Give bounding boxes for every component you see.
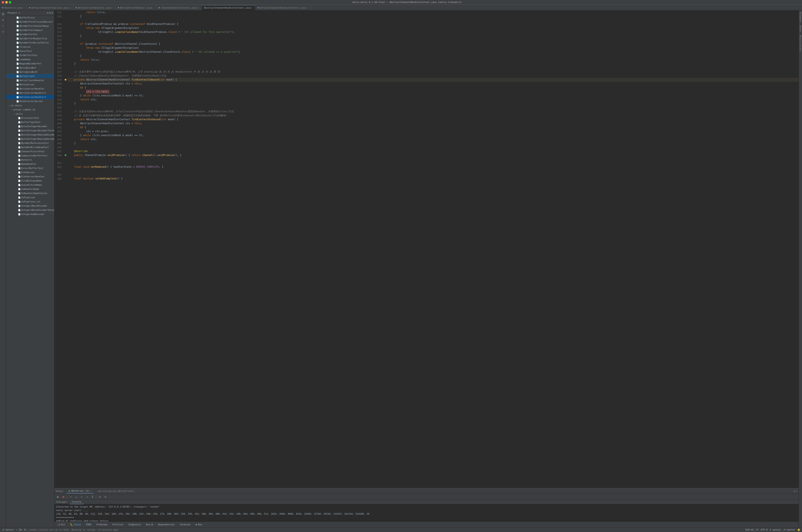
tree-item-bytebufwritereadtest[interactable]: 📄ByteBufWriteReadTest	[6, 145, 54, 149]
tab-debug-nettyclient[interactable]: com.tuling.nio.NettyClient ×	[95, 489, 138, 494]
project-icon[interactable]: ☰	[0, 11, 6, 17]
tree-item-directbuffertest[interactable]: 📄DirectBufferTest	[6, 166, 54, 170]
tree-item-nettyserver[interactable]: 📄NettyServer	[6, 82, 54, 87]
tree-item-leakdemo[interactable]: 📄LeakDemo	[6, 57, 54, 61]
cursor-position[interactable]: 929:43	[746, 529, 754, 531]
notifications-icon[interactable]: 🔔	[797, 529, 800, 531]
tree-item-bufferslice[interactable]: 📄BufferSlice	[6, 16, 54, 20]
tab-nettyserverhandler2[interactable]: NettyServerHandler2.java ×	[73, 5, 116, 10]
tree-item-bytebufferallocatedirect[interactable]: 📄ByteBufferAllocateDirect	[6, 20, 54, 24]
tree-item-echoserver[interactable]: 📄EchoServer	[6, 170, 54, 174]
tree-item-fileniocopy[interactable]: 📄FileNioCopyDemo	[6, 178, 54, 183]
tab-debug-netserver[interactable]: ● NetServer (2) ×	[67, 489, 94, 494]
tree-item-filelock[interactable]: 📄FileLock	[6, 45, 54, 49]
tree-item-nettybytebuf2[interactable]: 📄NettyByteBuf2	[6, 70, 54, 74]
tab-defaultchannelhandlercontext[interactable]: DefaultChannelHandlerContext.java ×	[256, 5, 310, 10]
problems-button[interactable]: Problems	[95, 522, 109, 527]
close-panel-icon[interactable]: ×	[796, 490, 797, 493]
step-over-button[interactable]: ↷	[69, 495, 73, 499]
tree-item-intbuffertest[interactable]: 📄IntBufferTest	[6, 53, 54, 57]
tree-item-actualcombat[interactable]: ▾actual.combat.e1	[6, 108, 54, 112]
tree-item-guesstest[interactable]: 📄GuessTest	[6, 49, 54, 53]
close-icon[interactable]: ×	[307, 7, 308, 9]
tree-item-integeradddecoder[interactable]: 📄IntegerAddDecoder	[6, 212, 54, 216]
tree-item-byte2integerreplaydecodertester[interactable]: 📄Byte2IntegerReplayDecoderTester	[6, 137, 54, 141]
console-output[interactable]: Connected to the target VM, address: '12…	[54, 504, 799, 521]
tab-nettyserverhandler[interactable]: NettyServerHandler.java ×	[116, 5, 157, 10]
close-icon[interactable]: ×	[198, 7, 199, 9]
tab-database[interactable]: Database	[799, 11, 802, 24]
tree-item-utils[interactable]: ▾utils	[6, 112, 54, 116]
pull-requests-icon[interactable]: ⇄	[0, 29, 6, 34]
tree-item-channelfuturetest[interactable]: 📄ChannelFutureTest	[6, 149, 54, 153]
close-debug-tab2[interactable]: ×	[134, 490, 135, 492]
tree-item-nettyclienthandler[interactable]: 📄NettyClientHandler	[6, 78, 54, 82]
tab-console[interactable]: Console	[70, 499, 84, 504]
tree-item-allocatortest[interactable]: 📄AllocatorTest	[6, 116, 54, 120]
mute-breakpoints-button[interactable]: ⊘	[97, 495, 102, 499]
tree-item-nettyclient[interactable]: 📄NettyClient	[6, 74, 54, 78]
line-ending[interactable]: LF	[756, 529, 759, 531]
settings-icon[interactable]: ⚙	[794, 490, 795, 493]
tree-item-buffertypetest[interactable]: 📄BufferTypeTest	[6, 120, 54, 124]
tree-item-bytebufferchannelread[interactable]: 📄ByteBufferChannelRead	[6, 24, 54, 28]
structure-icon[interactable]: ⊞	[0, 17, 6, 23]
terminal-button[interactable]: Terminal	[178, 522, 193, 527]
tree-item-byte2integerdecodertester[interactable]: 📄Byte2IntegerDecoderTester	[6, 128, 54, 133]
vcs-status[interactable]: ↑ 18↑ 8↓	[16, 529, 27, 531]
sync-icon[interactable]: ⊕	[47, 12, 49, 14]
tree-item-dateutil[interactable]: 📄Dateutil	[6, 158, 54, 162]
tree-item-nettyserverhandler3[interactable]: 📄NettyServerHandler3	[6, 95, 54, 99]
step-out-button[interactable]: ↑	[79, 495, 84, 499]
tab-maven[interactable]: Maven	[799, 24, 802, 34]
close-icon[interactable]: ×	[23, 7, 25, 9]
commit-icon[interactable]: ↑	[0, 23, 6, 28]
tree-item-bytebufferwritetofile[interactable]: 📄ByteBufferWriteToFile	[6, 41, 54, 45]
build-button[interactable]: Build	[144, 522, 155, 527]
git-master[interactable]: ⎇ master	[783, 529, 795, 531]
close-icon[interactable]: ×	[153, 7, 154, 9]
tree-item-bytebufferreaderfile[interactable]: 📄ByteBufferReaderFile	[6, 36, 54, 41]
tab-handler3[interactable]: Handler3.java ×	[0, 5, 27, 10]
tree-item-ionetty[interactable]: ▸io.netty	[6, 103, 54, 108]
collapse-icon[interactable]: ⊟	[49, 12, 51, 14]
endpoints-button[interactable]: Endpoints	[127, 522, 143, 527]
close-icon[interactable]: ×	[70, 7, 71, 9]
tree-item-bytebufferput[interactable]: 📄ByteBufferPut	[6, 32, 54, 36]
run-button[interactable]: ▶ Run	[194, 522, 204, 527]
tree-item-integer2byteencodertester[interactable]: 📄Integer2ByteEncoderTester	[6, 208, 54, 212]
minimize-button[interactable]	[5, 1, 8, 3]
tree-item-integer2byteencoder[interactable]: 📄Integer2ByteEncoder	[6, 204, 54, 208]
evaluate-button[interactable]: Σ	[90, 495, 95, 499]
tree-item-nettyserverhandler2[interactable]: 📄NettyServerHandler2	[6, 91, 54, 95]
close-icon[interactable]: ×	[112, 7, 113, 9]
tree-item-guavafuturedemo[interactable]: 📄GuavaFutureDemo	[6, 183, 54, 187]
tree-item-bytebuffereferencetest[interactable]: 📄ByteBufReferenceTest	[6, 141, 54, 145]
step-into-button[interactable]: ↓	[74, 495, 78, 499]
close-button[interactable]	[2, 1, 4, 3]
tab-defaultchannelpipeline[interactable]: DefaultChannelPipeline.java ×	[27, 5, 73, 10]
settings-icon[interactable]: ⚙	[52, 12, 53, 14]
close-debug-tab[interactable]: ×	[90, 490, 91, 492]
encoding[interactable]: UTF-8	[761, 529, 768, 531]
tab-notifications[interactable]: Notifications	[799, 34, 802, 53]
run-to-cursor-button[interactable]: ⇢	[85, 495, 89, 499]
tree-item-byte2integerdecoder[interactable]: 📄Byte2IntegerDecoder	[6, 124, 54, 128]
code-editor[interactable]: 912 return false; 913 }	[54, 11, 799, 488]
tree-item-nettybytebuf[interactable]: 📄NettyByteBuf	[6, 66, 54, 70]
tree-item-inhandlerdemo[interactable]: 📄InHandlerDemo	[6, 187, 54, 191]
tree-item-mappedbytebuffer[interactable]: 📄MappedByteBuffer	[6, 61, 54, 66]
tree-item-byte2integerreplaydecoder[interactable]: 📄Byte2IntegerReplayDecoder	[6, 133, 54, 137]
debug-button[interactable]: 🐛 Debug	[69, 522, 83, 527]
resume-button[interactable]: ▶	[56, 495, 60, 499]
breakpoint-dot-948[interactable]	[65, 154, 66, 156]
git-branch-status[interactable]: ⎇ master	[2, 529, 14, 531]
tree-item-bytebuffercompact[interactable]: 📄ByteBufferCompact	[6, 28, 54, 32]
maximize-button[interactable]	[9, 1, 11, 3]
tab-channelhandlercontext[interactable]: ChannelHandlerContext.java ×	[157, 5, 202, 10]
tree-item-nettyserverhandler[interactable]: 📄NettyServerHandler	[6, 87, 54, 91]
tree-item-demohandler[interactable]: 📄DemoHandler	[6, 162, 54, 166]
view-breakpoints-button[interactable]: ⊙	[103, 495, 108, 499]
stop-button[interactable]: ■	[61, 495, 66, 499]
tab-debugger[interactable]: Debugger	[54, 499, 70, 504]
